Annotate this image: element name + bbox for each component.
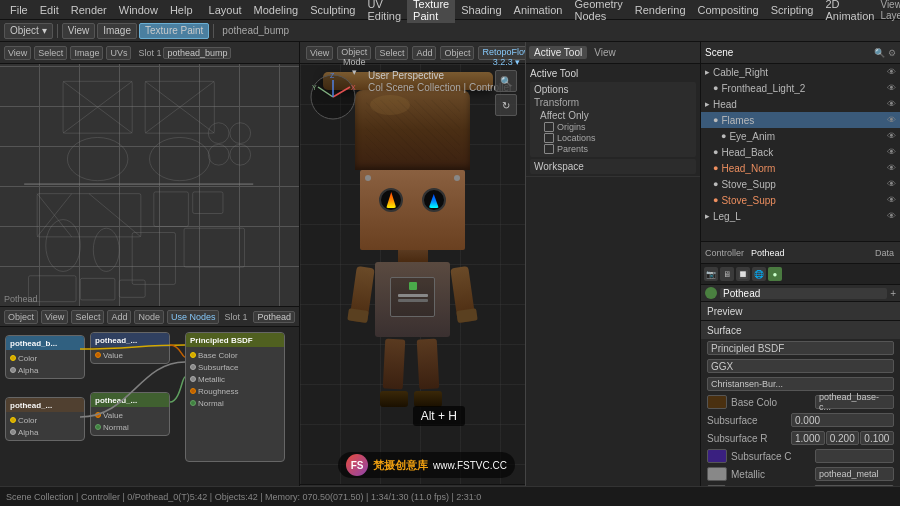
props-tab-render[interactable]: 📷 [704,267,718,281]
menu-edit[interactable]: Edit [34,3,65,17]
viewport-object-btn[interactable]: Object [440,46,474,60]
pothead-dropdown[interactable]: pothead_bump [163,47,231,59]
menu-texture-paint[interactable]: Texture Paint [407,0,455,23]
outliner-leg-l[interactable]: ▸ Leg_L 👁 [701,208,900,224]
outliner-head-back[interactable]: ● Head_Back 👁 [701,144,900,160]
pothead-bump-label: pothead_bump [222,25,289,36]
props-tab-view-layer[interactable]: 🔲 [736,267,750,281]
outliner-fronthead[interactable]: ● Fronthead_Light_2 👁 [701,80,900,96]
menu-rendering[interactable]: Rendering [629,3,692,17]
base-color-swatch[interactable] [707,395,727,409]
btn-texture-paint-active[interactable]: Texture Paint [139,23,209,39]
uv-image-btn[interactable]: Image [70,46,103,60]
node-fourth[interactable]: pothead_... Value Normal [90,392,170,436]
tab-active-tool[interactable]: Active Tool [529,46,587,59]
gizmo-zoom[interactable]: 🔍 [495,70,517,92]
uv-uvs-btn[interactable]: UVs [106,46,131,60]
subsurface-label: Subsurface [707,415,787,426]
locations-checkbox[interactable] [544,133,554,143]
props-tab-output[interactable]: 🖥 [720,267,734,281]
subsurface-value[interactable]: 0.000 [791,413,894,427]
viewport-select-btn[interactable]: Select [375,46,408,60]
viewport-retopology-btn[interactable]: RetopoFlow 3.2.3 ▾ [478,46,525,60]
menu-uv-editing[interactable]: UV Editing [361,0,407,23]
metallic-swatch[interactable] [707,467,727,481]
menu-geometry-nodes[interactable]: Geometry Nodes [568,0,628,23]
cable-right-icon: ▸ [705,67,710,77]
outliner-head[interactable]: ▸ Head 👁 [701,96,900,112]
material-plus-btn[interactable]: + [890,288,896,299]
gizmo-rotate[interactable]: ↻ [495,94,517,116]
props-data-tab[interactable]: Data [873,248,896,258]
node-slot-label: Slot 1 [224,312,247,322]
uv-canvas[interactable]: Pothead [0,64,299,306]
menu-file[interactable]: File [4,3,34,17]
menu-render[interactable]: Render [65,3,113,17]
node-node-btn[interactable]: Node [134,310,164,324]
node-select-btn[interactable]: Select [71,310,104,324]
node-add-btn[interactable]: Add [107,310,131,324]
props-tab-material[interactable]: ● [768,267,782,281]
subsurface-r-val2[interactable]: 0.200 [826,431,860,445]
menu-2d-animation[interactable]: 2D Animation [819,0,880,23]
base-color-value[interactable]: pothead_base-c... [815,395,894,409]
node-canvas[interactable]: pothead_b... Color Alpha pothead_... Val… [0,327,299,486]
surface-type-dropdown[interactable]: Principled BSDF [707,341,894,355]
node-pothead-b[interactable]: pothead_b... Color Alpha [5,335,85,379]
props-tab-scene[interactable]: 🌐 [752,267,766,281]
uv-select-btn[interactable]: Select [34,46,67,60]
menu-window[interactable]: Window [113,3,164,17]
viewport-object-mode-btn[interactable]: Object Mode ▾ [337,46,371,60]
workspace-toolbar: Object ▾ View Image Texture Paint pothea… [0,20,900,42]
material-name-field[interactable]: Pothead [720,288,887,299]
material-name-row: Pothead + [701,285,900,302]
btn-object-mode[interactable]: Object ▾ [4,23,53,39]
surface-title[interactable]: Surface [701,321,900,339]
uv-view-btn[interactable]: View [4,46,31,60]
tab-view[interactable]: View [589,46,621,59]
node-main-material[interactable]: Principled BSDF Base Color Subsurface Me… [185,332,285,462]
outliner-cable-right[interactable]: ▸ Cable_Right 👁 [701,64,900,80]
outliner-eye-anim[interactable]: ● Eye_Anim 👁 [701,128,900,144]
distribution-dropdown[interactable]: GGX [707,359,894,373]
subsurface-c-value[interactable] [815,449,894,463]
menu-layout[interactable]: Layout [203,3,248,17]
subsurface-c-row: Subsurface C [701,447,900,465]
menu-modeling[interactable]: Modeling [248,3,305,17]
subsurface-c-swatch[interactable] [707,449,727,463]
viewport-add-btn[interactable]: Add [412,46,436,60]
menu-sculpting[interactable]: Sculpting [304,3,361,17]
subsurface-method-dropdown[interactable]: Christansen-Bur... [707,377,894,391]
node-object-btn[interactable]: Object [4,310,38,324]
node-pothead-label[interactable]: Pothead [253,311,295,323]
options-title: Options [534,84,692,95]
preview-title[interactable]: Preview [701,302,900,320]
outliner-stove-2[interactable]: ● Stove_Supp 👁 [701,192,900,208]
node-second[interactable]: pothead_... Value [90,332,170,364]
menu-compositing[interactable]: Compositing [692,3,765,17]
origins-checkbox[interactable] [544,122,554,132]
subsurface-r-val1[interactable]: 1.000 [791,431,825,445]
menu-scripting[interactable]: Scripting [765,3,820,17]
center-viewport[interactable]: View Object Mode ▾ Select Add Object Ret… [300,42,525,506]
subsurface-r-val3[interactable]: 0.100 [860,431,894,445]
chest-panel [390,277,435,317]
viewport-view-btn[interactable]: View [306,46,333,60]
legs-container [303,339,523,407]
btn-image[interactable]: Image [97,23,137,39]
menu-animation[interactable]: Animation [508,3,569,17]
menu-help[interactable]: Help [164,3,199,17]
parents-checkbox[interactable] [544,144,554,154]
metallic-value[interactable]: pothead_metal [815,467,894,481]
outliner-stove-1[interactable]: ● Stove_Supp 👁 [701,176,900,192]
node-third[interactable]: pothead_... Color Alpha [5,397,85,441]
cable-right-eye[interactable]: 👁 [887,67,896,77]
outliner-flames[interactable]: ● Flames 👁 [701,112,900,128]
node-view-btn[interactable]: View [41,310,68,324]
node-editor[interactable]: Object View Select Add Node Use Nodes Sl… [0,306,299,486]
menu-shading[interactable]: Shading [455,3,507,17]
chest-light [409,282,417,290]
node-use-nodes-btn[interactable]: Use Nodes [167,310,220,324]
outliner-head-norm[interactable]: ● Head_Norm 👁 [701,160,900,176]
btn-view[interactable]: View [62,23,96,39]
